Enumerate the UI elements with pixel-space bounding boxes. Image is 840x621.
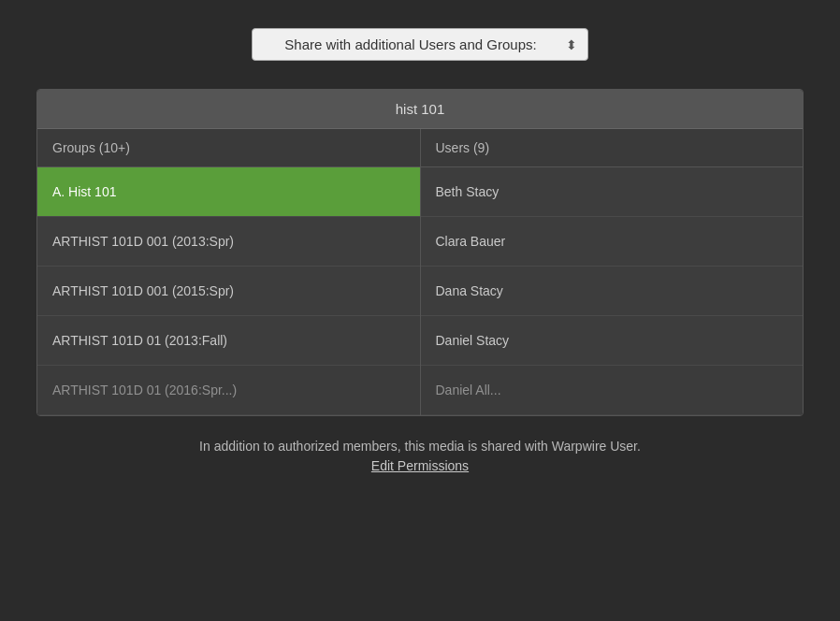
list-item[interactable]: A. Hist 101 [37, 167, 420, 217]
list-item[interactable]: ARTHIST 101D 01 (2016:Spr...) [37, 366, 420, 415]
groups-header: Groups (10+) [37, 129, 420, 167]
panel-columns: Groups (10+) A. Hist 101 ARTHIST 101D 00… [37, 129, 803, 415]
share-dropdown-container[interactable]: Share with additional Users and Groups: … [252, 28, 588, 61]
share-dropdown-wrapper: Share with additional Users and Groups: … [252, 28, 588, 61]
main-panel: hist 101 Groups (10+) A. Hist 101 ARTHIS… [36, 89, 804, 416]
list-item[interactable]: ARTHIST 101D 001 (2015:Spr) [37, 267, 420, 316]
footer-note-text: In addition to authorized members, this … [199, 439, 641, 454]
list-item[interactable]: Beth Stacy [421, 167, 804, 217]
list-item[interactable]: ARTHIST 101D 01 (2013:Fall) [37, 316, 420, 366]
users-header: Users (9) [421, 129, 804, 167]
users-column: Users (9) Beth Stacy Clara Bauer Dana St… [421, 129, 804, 415]
edit-permissions-link[interactable]: Edit Permissions [371, 458, 469, 473]
groups-column: Groups (10+) A. Hist 101 ARTHIST 101D 00… [37, 129, 421, 415]
panel-title: hist 101 [37, 90, 803, 129]
list-item[interactable]: ARTHIST 101D 001 (2013:Spr) [37, 217, 420, 267]
list-item[interactable]: Daniel Stacy [421, 316, 804, 366]
share-dropdown[interactable]: Share with additional Users and Groups: [252, 28, 588, 61]
list-item[interactable]: Daniel All... [421, 366, 804, 415]
footer-note: In addition to authorized members, this … [199, 435, 641, 458]
list-item[interactable]: Clara Bauer [421, 217, 804, 267]
list-item[interactable]: Dana Stacy [421, 267, 804, 316]
